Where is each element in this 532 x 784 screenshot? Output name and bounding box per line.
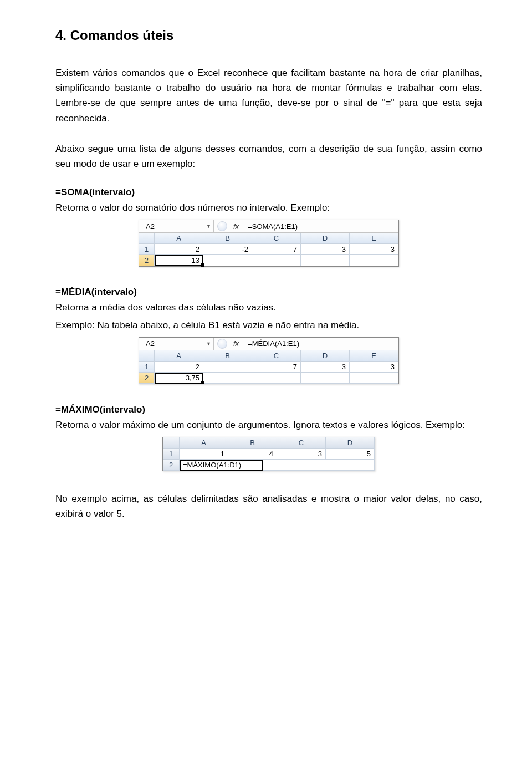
- cell[interactable]: 2: [155, 244, 203, 255]
- cell-formula: =MÁXIMO(A1:D1): [183, 461, 241, 469]
- col-header-c[interactable]: C: [252, 233, 301, 244]
- cell[interactable]: [301, 255, 350, 266]
- maximo-heading: =MÁXIMO(intervalo): [55, 404, 482, 415]
- name-box-value: A2: [146, 222, 155, 231]
- cell[interactable]: [350, 255, 398, 266]
- formula-bar[interactable]: fx =SOMA(A1:E1): [214, 220, 398, 232]
- select-all-corner[interactable]: [163, 437, 180, 449]
- cell[interactable]: [203, 255, 252, 266]
- select-all-corner[interactable]: [139, 350, 155, 362]
- intro-paragraph-2: Abaixo segue uma lista de alguns desses …: [55, 141, 482, 171]
- cell[interactable]: -2: [203, 244, 252, 255]
- cell[interactable]: 1: [180, 449, 228, 460]
- cell-editing[interactable]: =MÁXIMO(A1:D1): [180, 460, 375, 471]
- col-header-c[interactable]: C: [252, 350, 301, 362]
- fx-button-icon: [217, 339, 227, 349]
- cell[interactable]: [350, 373, 398, 384]
- select-all-corner[interactable]: [139, 233, 155, 244]
- row-header-1[interactable]: 1: [139, 362, 155, 373]
- cell[interactable]: [301, 373, 350, 384]
- col-header-e[interactable]: E: [350, 350, 398, 362]
- cell-selected[interactable]: 3,75: [155, 373, 203, 384]
- col-header-a[interactable]: A: [180, 437, 228, 449]
- name-box[interactable]: A2 ▼: [139, 220, 214, 232]
- cell[interactable]: [203, 373, 252, 384]
- row-header-2[interactable]: 2: [139, 373, 155, 384]
- media-heading: =MÉDIA(intervalo): [55, 287, 482, 298]
- row-header-1[interactable]: 1: [163, 449, 180, 460]
- name-box-value: A2: [146, 339, 155, 348]
- cell[interactable]: 3: [301, 362, 350, 373]
- col-header-e[interactable]: E: [350, 233, 398, 244]
- cell[interactable]: [252, 373, 301, 384]
- col-header-b[interactable]: B: [228, 437, 277, 449]
- section-title: 4. Comandos úteis: [55, 28, 482, 43]
- fx-label: fx: [231, 339, 241, 348]
- col-header-d[interactable]: D: [301, 350, 350, 362]
- col-header-c[interactable]: C: [277, 437, 326, 449]
- cell[interactable]: 3: [301, 244, 350, 255]
- dropdown-icon: ▼: [206, 223, 211, 229]
- formula-text: =MÉDIA(A1:E1): [244, 339, 299, 348]
- media-description-1: Retorna a média dos valores das células …: [55, 300, 482, 315]
- col-header-d[interactable]: D: [301, 233, 350, 244]
- formula-bar[interactable]: fx =MÉDIA(A1:E1): [214, 338, 398, 350]
- col-header-d[interactable]: D: [326, 437, 375, 449]
- dropdown-icon: ▼: [206, 341, 211, 347]
- formula-text: =SOMA(A1:E1): [244, 222, 298, 231]
- cell[interactable]: 4: [228, 449, 277, 460]
- col-header-a[interactable]: A: [155, 350, 203, 362]
- maximo-excel-screenshot: A B C D 1 1 4 3 5 2 =MÁXIMO(A1:D1): [162, 437, 375, 471]
- text-cursor-icon: [242, 461, 242, 469]
- cell[interactable]: 5: [326, 449, 375, 460]
- cell[interactable]: 3: [350, 362, 398, 373]
- cell[interactable]: 7: [252, 362, 301, 373]
- fx-button-icon: [217, 221, 227, 231]
- fx-label: fx: [231, 222, 241, 231]
- soma-excel-screenshot: A2 ▼ fx =SOMA(A1:E1) A B C D E 1 2 -2: [139, 220, 399, 267]
- name-box[interactable]: A2 ▼: [139, 338, 214, 350]
- cell[interactable]: [203, 362, 252, 373]
- maximo-closing: No exemplo acima, as células delimitadas…: [55, 491, 482, 521]
- maximo-description: Retorna o valor máximo de um conjunto de…: [55, 418, 482, 432]
- cell[interactable]: 3: [277, 449, 326, 460]
- row-header-2[interactable]: 2: [163, 460, 180, 471]
- soma-heading: =SOMA(intervalo): [55, 187, 482, 198]
- col-header-b[interactable]: B: [203, 350, 252, 362]
- cell[interactable]: 3: [350, 244, 398, 255]
- intro-paragraph-1: Existem vários comandos que o Excel reco…: [55, 65, 482, 126]
- media-excel-screenshot: A2 ▼ fx =MÉDIA(A1:E1) A B C D E 1 2: [139, 337, 399, 384]
- row-header-2[interactable]: 2: [139, 255, 155, 266]
- cell[interactable]: 7: [252, 244, 301, 255]
- col-header-a[interactable]: A: [155, 233, 203, 244]
- col-header-b[interactable]: B: [203, 233, 252, 244]
- media-description-2: Exemplo: Na tabela abaixo, a célula B1 e…: [55, 318, 482, 333]
- cell-selected[interactable]: 13: [155, 255, 203, 266]
- cell[interactable]: 2: [155, 362, 203, 373]
- row-header-1[interactable]: 1: [139, 244, 155, 255]
- cell[interactable]: [252, 255, 301, 266]
- soma-description: Retorna o valor do somatório dos números…: [55, 200, 482, 215]
